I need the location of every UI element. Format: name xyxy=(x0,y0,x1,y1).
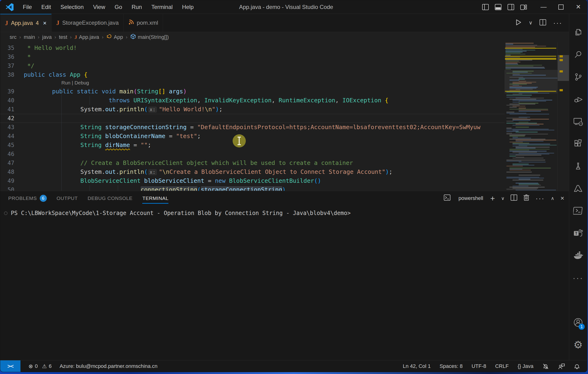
terminal[interactable]: PS C:\LBWorkSpace\MyCode\1-Storage Accou… xyxy=(0,206,569,360)
code-line-41[interactable]: 41 System.out.println(x:"Hello World!\n"… xyxy=(0,105,504,114)
code-area[interactable]: 35 * Hello world!36 *37 */38public class… xyxy=(0,42,504,191)
tab-pom-xml[interactable]: pom.xml xyxy=(124,14,163,32)
breadcrumb-item[interactable]: App xyxy=(106,34,123,41)
code-line-39[interactable]: 39 public static void main(String[] args… xyxy=(0,87,504,96)
line-number: 44 xyxy=(0,132,24,141)
toggle-secondary-sidebar-icon[interactable] xyxy=(508,4,514,10)
maximize-panel-icon[interactable]: ∧ xyxy=(551,195,554,201)
line-content: public static void main(String[] args) xyxy=(24,87,187,96)
code-line-46[interactable]: 46 xyxy=(0,150,504,159)
run-debug-icon[interactable] xyxy=(569,88,587,110)
encoding-status[interactable]: UTF-8 xyxy=(472,363,486,369)
shell-label[interactable]: powershell xyxy=(458,195,483,201)
code-line-38[interactable]: 38public class App { xyxy=(0,70,504,79)
menu-go[interactable]: Go xyxy=(111,2,126,12)
breadcrumb-item[interactable]: java xyxy=(42,34,52,40)
terminal-dropdown-icon[interactable]: ∨ xyxy=(501,195,504,201)
tab-label: pom.xml xyxy=(137,20,158,26)
code-line-42[interactable]: 42 xyxy=(0,114,504,123)
teams-icon[interactable]: T xyxy=(569,222,587,244)
additional-views-icon[interactable]: ··· xyxy=(569,267,587,289)
search-icon[interactable] xyxy=(569,43,587,66)
line-number: 40 xyxy=(0,96,24,105)
menu-edit[interactable]: Edit xyxy=(38,2,55,12)
minimap-line xyxy=(513,146,527,147)
maximize-button[interactable] xyxy=(552,0,570,14)
customize-layout-icon[interactable] xyxy=(520,4,527,10)
breadcrumb-item[interactable]: src xyxy=(10,34,16,40)
code-line-37[interactable]: 37 */ xyxy=(0,61,504,70)
code-editor[interactable]: 35 * Hello world!36 *37 */38public class… xyxy=(0,42,569,191)
code-line-43[interactable]: 43 String storageConnectionString = "Def… xyxy=(0,123,504,132)
breadcrumb-item[interactable]: main(String[]) xyxy=(130,34,169,41)
docker-icon[interactable] xyxy=(569,244,587,267)
azure-account-status[interactable]: Azure: bulu@mcpod.partner.onmschina.cn xyxy=(60,363,157,369)
extensions-icon[interactable] xyxy=(569,133,587,155)
notifications-bell-icon[interactable] xyxy=(574,363,580,370)
toggle-primary-sidebar-icon[interactable] xyxy=(482,4,489,10)
terminal-view-icon[interactable] xyxy=(569,200,587,222)
minimize-button[interactable]: — xyxy=(535,0,552,14)
overview-ruler[interactable] xyxy=(557,42,569,191)
settings-gear-icon[interactable]: ⚙ xyxy=(569,333,587,356)
new-terminal-icon[interactable]: + xyxy=(490,194,495,203)
source-control-icon[interactable] xyxy=(569,66,587,88)
indentation-status[interactable]: Spaces: 8 xyxy=(440,363,463,369)
problems-status[interactable]: ⊗ 0 ⚠ 6 xyxy=(29,363,52,369)
tab-app-java[interactable]: JApp.java4× xyxy=(0,14,52,32)
tab-storageexception-java[interactable]: JStorageException.java xyxy=(52,14,124,32)
panel-tab-debug-console[interactable]: DEBUG CONSOLE xyxy=(87,191,132,206)
menu-selection[interactable]: Selection xyxy=(57,2,87,12)
menu-help[interactable]: Help xyxy=(178,2,197,12)
split-terminal-icon[interactable] xyxy=(511,194,517,202)
breadcrumb-item[interactable]: JApp.java xyxy=(74,34,99,40)
language-status[interactable]: {} Java xyxy=(518,363,534,369)
toggle-panel-icon[interactable] xyxy=(495,4,502,10)
minimap[interactable] xyxy=(504,42,557,191)
close-panel-icon[interactable]: × xyxy=(560,194,564,202)
menu-file[interactable]: File xyxy=(19,2,36,12)
panel-tab-terminal[interactable]: TERMINAL xyxy=(142,191,168,206)
breadcrumb-item[interactable]: main xyxy=(24,34,35,40)
menu-run[interactable]: Run xyxy=(128,2,146,12)
code-line-35[interactable]: 35 * Hello world! xyxy=(0,43,504,53)
code-line-40[interactable]: 40 throws URISyntaxException, InvalidKey… xyxy=(0,96,504,105)
code-line-49[interactable]: 49 BlobServiceClient blobServiceClient =… xyxy=(0,176,504,185)
test-beaker-icon[interactable] xyxy=(569,155,587,177)
bell-slash-icon[interactable] xyxy=(542,363,549,370)
tab-close-icon[interactable]: × xyxy=(43,20,47,27)
code-line-47[interactable]: 47 // Create a BlobServiceClient object … xyxy=(0,159,504,168)
panel-tab-problems[interactable]: PROBLEMS6 xyxy=(8,191,47,206)
line-content: */ xyxy=(24,61,34,70)
minimap-line xyxy=(506,128,512,128)
close-button[interactable]: ✕ xyxy=(570,0,587,14)
code-line-36[interactable]: 36 * xyxy=(0,53,504,61)
panel-more-actions-icon[interactable]: ··· xyxy=(536,194,545,202)
kill-terminal-icon[interactable] xyxy=(523,194,529,202)
run-java-button[interactable] xyxy=(514,19,522,27)
code-line-45[interactable]: 45 String dirName = ""; xyxy=(0,141,504,150)
code-line-50[interactable]: 50 .connectionString(storageConnectionSt… xyxy=(0,185,504,191)
minimap-line xyxy=(505,43,534,43)
breadcrumb-item[interactable]: test xyxy=(59,34,67,40)
minimap-line xyxy=(505,48,556,49)
remote-indicator[interactable]: >< xyxy=(0,360,21,372)
minimap-line xyxy=(509,109,548,110)
code-line-44[interactable]: 44 String blobContainerName = "test"; xyxy=(0,132,504,141)
feedback-icon[interactable] xyxy=(558,363,565,370)
cursor-position-status[interactable]: Ln 42, Col 1 xyxy=(403,363,431,369)
run-dropdown-icon[interactable]: ∨ xyxy=(529,20,533,26)
remote-explorer-icon[interactable]: >< xyxy=(569,110,587,133)
editor-more-actions-icon[interactable]: ··· xyxy=(553,19,562,27)
menu-terminal[interactable]: Terminal xyxy=(147,2,176,12)
line-content: System.out.println(x:"\nCreate a BlobSer… xyxy=(24,168,393,176)
explorer-icon[interactable] xyxy=(569,21,587,43)
panel-tab-output[interactable]: OUTPUT xyxy=(57,191,78,206)
split-editor-icon[interactable] xyxy=(540,19,546,26)
azure-icon[interactable] xyxy=(569,177,587,200)
codelens-run-debug[interactable]: Run | Debug xyxy=(0,79,504,87)
menu-view[interactable]: View xyxy=(89,2,109,12)
code-line-48[interactable]: 48 System.out.println(x:"\nCreate a Blob… xyxy=(0,168,504,176)
eol-status[interactable]: CRLF xyxy=(495,363,508,369)
account-icon[interactable]: 1 xyxy=(569,311,587,333)
